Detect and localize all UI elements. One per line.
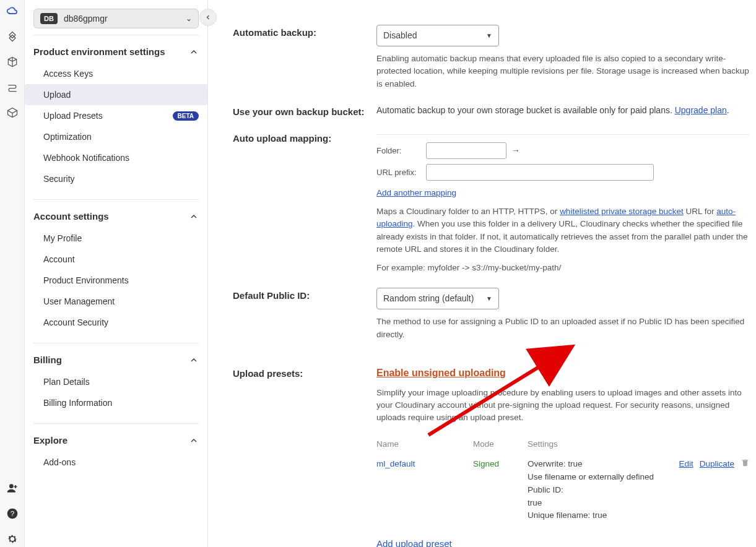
caret-down-icon: ▼ — [486, 31, 492, 40]
own-bucket-help: Automatic backup to your own storage buc… — [376, 105, 675, 115]
preset-edit-link[interactable]: Edit — [679, 458, 693, 470]
url-prefix-input[interactable] — [426, 164, 654, 181]
chevron-up-icon — [189, 47, 199, 57]
folder-input[interactable] — [426, 142, 506, 159]
th-settings: Settings — [528, 438, 750, 450]
public-id-help: The method to use for assigning a Public… — [376, 316, 750, 341]
beta-badge: BETA — [173, 111, 199, 121]
auto-backup-help: Enabling automatic backup means that eve… — [376, 53, 750, 90]
cloud-icon[interactable] — [6, 5, 19, 19]
arrow-right-icon: → — [511, 144, 520, 157]
auto-backup-select[interactable]: Disabled ▼ — [376, 25, 499, 46]
section-title: Product environment settings — [33, 46, 165, 57]
section-account[interactable]: Account settings — [33, 202, 199, 228]
sidebar-item-plan[interactable]: Plan Details — [33, 371, 199, 392]
sidebar-item-account[interactable]: Account — [33, 249, 199, 270]
chevron-up-icon — [189, 355, 199, 365]
sidebar-item-upload-presets[interactable]: Upload PresetsBETA — [33, 105, 199, 126]
chevron-up-icon — [189, 212, 199, 222]
section-title: Billing — [33, 355, 62, 365]
label-auto-upload: Auto upload mapping: — [233, 131, 376, 275]
auto-upload-desc: Maps a Cloudinary folder to an HTTP, HTT… — [376, 205, 750, 256]
section-title: Account settings — [33, 211, 109, 222]
diamond-icon[interactable] — [6, 30, 19, 45]
url-prefix-label: URL prefix: — [376, 166, 426, 179]
db-name: db86gpmgr — [64, 14, 186, 24]
presets-desc: Simplify your image uploading procedure … — [376, 387, 750, 424]
sidebar-item-billing-info[interactable]: Billing Information — [33, 392, 199, 413]
auto-upload-example: For example: myfolder -> s3://my-bucket/… — [376, 262, 750, 274]
sidebar-item-account-security[interactable]: Account Security — [33, 312, 199, 333]
sidebar-item-product-env[interactable]: Product Environments — [33, 270, 199, 291]
sidebar-item-security[interactable]: Security — [33, 168, 199, 189]
th-mode: Mode — [473, 438, 528, 450]
public-id-select[interactable]: Random string (default) ▼ — [376, 288, 499, 309]
route-icon[interactable] — [6, 81, 19, 95]
sidebar-item-user-mgmt[interactable]: User Management — [33, 291, 199, 312]
sidebar-item-addons[interactable]: Add-ons — [33, 452, 199, 473]
chevron-left-icon — [204, 14, 212, 21]
section-explore[interactable]: Explore — [33, 426, 199, 452]
package-icon[interactable] — [6, 106, 19, 121]
section-product-env[interactable]: Product environment settings — [33, 38, 199, 63]
svg-text:?: ? — [10, 509, 14, 517]
preset-duplicate-link[interactable]: Duplicate — [700, 458, 734, 470]
whitelisted-link[interactable]: whitelisted private storage bucket — [560, 207, 684, 216]
caret-down-icon: ▼ — [486, 294, 492, 303]
chevron-down-icon: ⌄ — [186, 14, 192, 23]
sidebar: DB db86gpmgr ⌄ Product environment setti… — [25, 0, 208, 547]
preset-row: ml_default Signed Overwrite: true Use fi… — [376, 454, 750, 527]
folder-label: Folder: — [376, 145, 426, 157]
db-badge: DB — [40, 13, 58, 24]
add-mapping-link[interactable]: Add another mapping — [376, 188, 456, 197]
preset-mode: Signed — [473, 458, 528, 470]
user-add-icon[interactable] — [6, 482, 19, 496]
sidebar-item-optimization[interactable]: Optimization — [33, 126, 199, 147]
label-own-bucket: Use your own backup bucket: — [233, 104, 376, 117]
section-billing[interactable]: Billing — [33, 346, 199, 371]
icon-rail: ? — [0, 0, 25, 547]
preset-settings: Overwrite: true Use filename or external… — [528, 458, 679, 523]
chevron-up-icon — [189, 436, 199, 446]
enable-unsigned-link[interactable]: Enable unsigned uploading — [376, 368, 506, 378]
main-content: Automatic backup: Disabled ▼ Enabling au… — [208, 0, 756, 547]
th-name: Name — [376, 438, 473, 450]
cube-icon[interactable] — [6, 56, 19, 70]
add-preset-link[interactable]: Add upload preset — [376, 538, 452, 547]
sidebar-item-upload[interactable]: Upload — [25, 84, 207, 105]
section-title: Explore — [33, 435, 67, 446]
gear-icon[interactable] — [6, 533, 19, 547]
label-public-id: Default Public ID: — [233, 288, 376, 341]
db-selector[interactable]: DB db86gpmgr ⌄ — [33, 9, 199, 28]
collapse-sidebar-button[interactable] — [199, 9, 217, 26]
sidebar-item-profile[interactable]: My Profile — [33, 228, 199, 249]
help-icon[interactable]: ? — [6, 507, 19, 522]
preset-name[interactable]: ml_default — [376, 458, 473, 470]
label-auto-backup: Automatic backup: — [233, 25, 376, 90]
preset-table: Name Mode Settings ml_default Signed Ove… — [376, 434, 750, 527]
upgrade-plan-link[interactable]: Upgrade plan — [675, 105, 727, 115]
label-upload-presets: Upload presets: — [233, 366, 376, 547]
svg-point-0 — [9, 484, 14, 488]
sidebar-item-webhook[interactable]: Webhook Notifications — [33, 147, 199, 168]
sidebar-item-access-keys[interactable]: Access Keys — [33, 63, 199, 84]
trash-icon[interactable] — [741, 458, 750, 471]
